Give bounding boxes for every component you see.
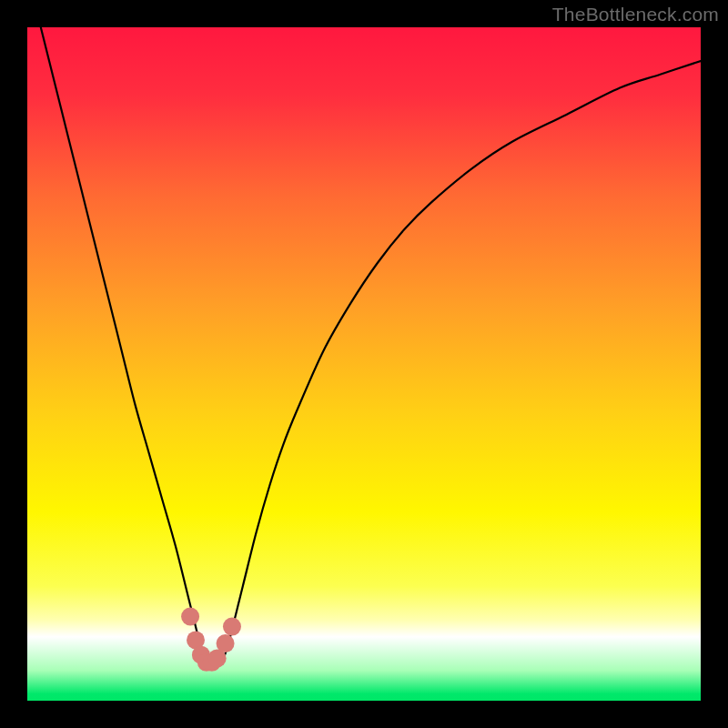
plot-area xyxy=(27,27,701,701)
bottleneck-curve xyxy=(41,27,701,668)
highlight-point xyxy=(181,608,199,626)
highlight-markers xyxy=(181,608,241,672)
highlight-point xyxy=(217,634,235,652)
watermark-text: TheBottleneck.com xyxy=(552,4,719,25)
highlight-point xyxy=(223,618,241,636)
chart-frame: TheBottleneck.com xyxy=(0,0,728,728)
curve-layer xyxy=(27,27,701,701)
